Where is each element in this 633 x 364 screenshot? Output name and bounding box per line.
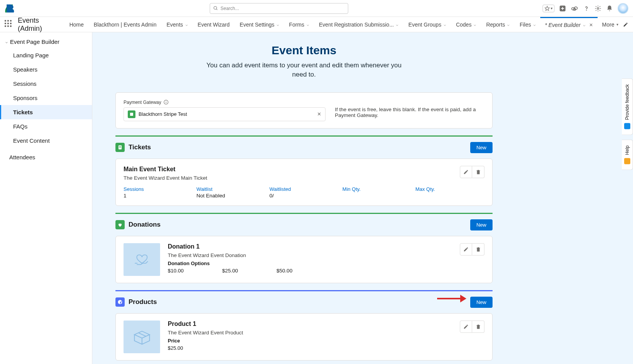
feedback-icon (624, 123, 630, 129)
sidebar-item[interactable]: Event Content (0, 134, 92, 148)
page-title: Event Items (115, 44, 493, 57)
nav-tab[interactable]: Reports⌵ (481, 18, 514, 32)
ticket-name: Main Event Ticket (124, 166, 460, 173)
nav-tab[interactable]: Codes⌵ (451, 18, 481, 32)
nav-tab[interactable]: Files⌵ (515, 18, 540, 32)
nav-tab[interactable]: Home (65, 18, 88, 32)
help-rail-icon (624, 158, 630, 164)
nav-tab[interactable]: Event Groups⌵ (404, 18, 451, 32)
edit-donation-button[interactable] (460, 243, 472, 255)
add-icon[interactable] (559, 5, 566, 12)
sidebar-item[interactable]: Sessions (0, 77, 92, 91)
sidebar-item-attendees[interactable]: Attendees (0, 150, 92, 164)
tickets-section-icon (115, 143, 125, 152)
new-ticket-button[interactable]: New (470, 142, 493, 153)
nav-tab[interactable]: Events⌵ (162, 18, 192, 32)
svg-rect-12 (130, 113, 133, 116)
edit-nav-icon[interactable] (623, 22, 628, 28)
sidebar-item[interactable]: FAQs (0, 119, 92, 134)
tab-event-builder[interactable]: * Event Builder ⌵ ✕ (540, 17, 598, 32)
edit-ticket-button[interactable] (460, 166, 472, 178)
app-logo (5, 3, 15, 14)
sidebar-item[interactable]: Sponsors (0, 91, 92, 105)
ticket-col-label: Waitlist (197, 186, 266, 192)
ticket-col-value: 1 (124, 193, 193, 199)
svg-point-0 (214, 7, 217, 10)
chevron-down-icon[interactable]: ⌵ (307, 22, 309, 27)
ticket-col-label: Sessions (124, 186, 193, 192)
sidebar: ⌵ Event Page Builder Landing PageSpeaker… (0, 32, 92, 364)
products-section-icon (115, 297, 125, 307)
user-avatar[interactable] (618, 3, 628, 14)
notifications-icon[interactable] (606, 5, 613, 12)
app-launcher-icon[interactable] (5, 20, 12, 29)
help-tab[interactable]: Help (622, 140, 633, 170)
ticket-col-value: 0/ (269, 193, 339, 199)
svg-marker-2 (545, 6, 549, 10)
setup-gear-icon[interactable] (595, 5, 601, 12)
info-icon[interactable] (164, 100, 169, 105)
ticket-col-label: Min Qty. (342, 186, 412, 192)
sidebar-group-page-builder[interactable]: ⌵ Event Page Builder (0, 35, 92, 48)
chevron-down-icon[interactable]: ⌵ (507, 22, 509, 27)
product-price-label: Price (168, 338, 452, 344)
donations-section-icon (115, 220, 125, 229)
nav-tab[interactable]: Blackthorn | Events Admin (89, 18, 161, 32)
ticket-item-card: Main Event Ticket The Event Wizard Event… (115, 159, 493, 206)
ticket-col-label: Waitlisted (269, 186, 339, 192)
chevron-down-icon[interactable]: ⌵ (277, 22, 279, 27)
sidebar-item[interactable]: Landing Page (0, 48, 92, 62)
main-content: Event Items You can add event items to y… (92, 32, 633, 364)
close-tab-icon[interactable]: ✕ (589, 22, 593, 28)
clear-icon[interactable]: ✕ (317, 111, 321, 117)
provide-feedback-tab[interactable]: Provide feedback (622, 78, 633, 135)
chevron-down-icon[interactable]: ⌵ (533, 22, 536, 27)
search-placeholder: Search... (220, 6, 239, 11)
nav-tab[interactable]: Event Settings⌵ (235, 18, 284, 32)
sidebar-item[interactable]: Speakers (0, 62, 92, 77)
product-desc: The Event Wizard Event Product (168, 330, 452, 336)
ticket-col-value: Not Enabled (197, 193, 266, 199)
chevron-down-icon[interactable]: ⌵ (444, 22, 446, 27)
salesforce-icon[interactable] (571, 5, 578, 12)
feedback-rail: Provide feedback Help (622, 78, 633, 170)
donation-option-value: $50.00 (277, 268, 292, 274)
chevron-down-icon[interactable]: ⌵ (474, 22, 476, 27)
product-price: $25.00 (168, 345, 452, 351)
global-search[interactable]: Search... (210, 3, 348, 14)
tab-more[interactable]: More▾ (598, 18, 623, 32)
svg-rect-15 (119, 147, 121, 148)
payment-gateway-label: Payment Gateway (124, 100, 326, 105)
chevron-down-icon: ⌵ (5, 40, 8, 44)
donation-options-label: Donation Options (168, 260, 452, 266)
svg-point-8 (597, 7, 599, 9)
sidebar-item[interactable]: Tickets (0, 105, 92, 119)
favorites-button[interactable]: ▾ (543, 5, 555, 12)
new-donation-button[interactable]: New (470, 219, 493, 230)
delete-ticket-button[interactable] (472, 166, 484, 178)
chevron-down-icon[interactable]: ⌵ (583, 23, 585, 27)
chevron-down-icon[interactable]: ⌵ (185, 22, 188, 27)
nav-tab[interactable]: Forms⌵ (284, 18, 314, 32)
delete-product-button[interactable] (472, 321, 484, 333)
chevron-down-icon[interactable]: ⌵ (396, 22, 398, 27)
svg-line-1 (216, 9, 217, 10)
section-tickets: Tickets New (115, 135, 493, 153)
payment-gateway-value: Blackthorn Stripe Test (139, 111, 187, 117)
page-subtitle: You can add event items to your event an… (204, 61, 404, 79)
payment-gateway-input[interactable]: Blackthorn Stripe Test ✕ (124, 107, 326, 121)
nav-tab[interactable]: Event Registration Submissio...⌵ (314, 18, 403, 32)
donation-desc: The Event Wizard Event Donation (168, 252, 452, 258)
svg-rect-14 (119, 146, 121, 147)
help-icon[interactable] (583, 5, 590, 12)
gateway-record-icon (128, 110, 135, 118)
new-product-button[interactable]: New (470, 297, 493, 308)
svg-rect-11 (166, 102, 166, 103)
edit-product-button[interactable] (460, 321, 472, 333)
donation-name: Donation 1 (168, 243, 452, 250)
section-donations: Donations New (115, 213, 493, 230)
delete-donation-button[interactable] (472, 243, 484, 255)
product-thumbnail (124, 321, 160, 353)
product-item-card: Product 1 The Event Wizard Event Product… (115, 313, 493, 361)
nav-tab[interactable]: Event Wizard (193, 18, 234, 32)
